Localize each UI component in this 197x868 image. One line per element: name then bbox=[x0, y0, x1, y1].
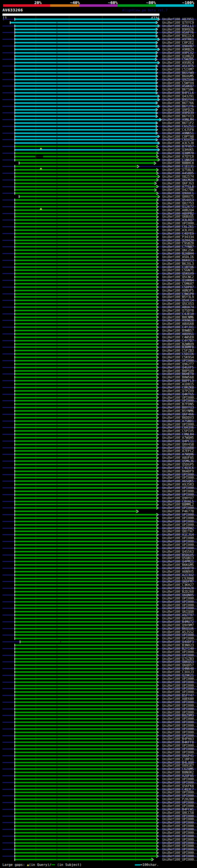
hit-bar[interactable] bbox=[15, 668, 156, 670]
hit-bar[interactable] bbox=[15, 186, 156, 188]
hit-bar[interactable] bbox=[15, 651, 156, 653]
hit-bar[interactable] bbox=[15, 209, 156, 211]
hit-bar[interactable] bbox=[15, 159, 158, 161]
hit-bar[interactable] bbox=[15, 169, 156, 170]
hit-bar[interactable] bbox=[15, 420, 156, 422]
hit-label[interactable]: UniRef100_A7SBD1 bbox=[162, 420, 194, 423]
hit-bar[interactable] bbox=[15, 658, 156, 659]
hit-bar[interactable] bbox=[15, 561, 156, 562]
hit-label[interactable]: UniRef100_A8N3F5 bbox=[162, 289, 194, 292]
hit-bar[interactable] bbox=[15, 604, 156, 606]
hit-bar[interactable] bbox=[15, 534, 156, 535]
hit-bar[interactable] bbox=[15, 661, 156, 662]
hit-bar[interactable] bbox=[15, 62, 158, 63]
hit-bar[interactable] bbox=[15, 785, 156, 787]
hit-bar[interactable] bbox=[15, 246, 156, 248]
hit-bar[interactable] bbox=[15, 105, 158, 107]
hit-bar[interactable] bbox=[15, 778, 156, 780]
hit-bar[interactable] bbox=[15, 72, 156, 73]
hit-bar[interactable] bbox=[15, 721, 156, 723]
hit-bar[interactable] bbox=[15, 497, 156, 499]
hit-bar[interactable] bbox=[15, 233, 156, 234]
hit-bar[interactable] bbox=[15, 363, 156, 365]
hit-label[interactable]: UniRef100_UPI000.. bbox=[162, 707, 197, 711]
hit-bar[interactable] bbox=[15, 353, 156, 355]
hit-bar[interactable] bbox=[15, 410, 156, 412]
hit-bar[interactable] bbox=[15, 524, 156, 526]
hit-bar[interactable] bbox=[15, 675, 156, 676]
hit-bar[interactable] bbox=[15, 112, 156, 114]
hit-bar[interactable] bbox=[15, 283, 156, 284]
hit-bar[interactable] bbox=[15, 45, 156, 47]
hit-bar[interactable] bbox=[15, 822, 156, 823]
hit-bar[interactable] bbox=[15, 243, 156, 244]
hit-bar[interactable] bbox=[15, 782, 156, 783]
hit-bar[interactable] bbox=[15, 454, 156, 455]
hit-bar[interactable] bbox=[15, 226, 156, 227]
hit-bar[interactable] bbox=[15, 152, 156, 154]
hit-bar[interactable] bbox=[15, 464, 156, 465]
hit-bar[interactable] bbox=[15, 139, 156, 141]
hit-bar[interactable] bbox=[15, 584, 156, 586]
hit-bar[interactable] bbox=[15, 313, 156, 315]
hit-label[interactable]: UniRef100_Q0CC58 bbox=[162, 811, 194, 814]
hit-bar[interactable] bbox=[15, 203, 156, 204]
hit-bar[interactable] bbox=[15, 450, 156, 452]
hit-bar[interactable] bbox=[15, 199, 156, 201]
hit-bar[interactable] bbox=[15, 109, 156, 111]
hit-bar[interactable] bbox=[15, 310, 156, 311]
hit-bar[interactable] bbox=[15, 377, 156, 378]
hit-bar[interactable] bbox=[15, 276, 156, 278]
hit-bar[interactable] bbox=[15, 256, 156, 258]
hit-bar[interactable] bbox=[15, 79, 156, 81]
hit-bar[interactable] bbox=[15, 19, 158, 20]
hit-bar[interactable] bbox=[15, 333, 156, 335]
hit-bar[interactable] bbox=[15, 467, 156, 469]
hit-bar[interactable] bbox=[15, 38, 158, 40]
hit-bar[interactable] bbox=[15, 634, 156, 636]
hit-bar[interactable] bbox=[15, 249, 156, 251]
hit-bar[interactable] bbox=[15, 216, 156, 217]
hit-bar[interactable] bbox=[15, 702, 156, 703]
hit-bar[interactable] bbox=[15, 437, 156, 438]
hit-bar[interactable] bbox=[15, 685, 156, 686]
hit-bar[interactable] bbox=[15, 149, 158, 151]
hit-bar[interactable] bbox=[15, 387, 156, 388]
hit-bar[interactable] bbox=[15, 798, 156, 800]
hit-bar[interactable] bbox=[15, 741, 156, 743]
hit-bar[interactable] bbox=[15, 578, 156, 579]
hit-bar[interactable] bbox=[15, 346, 156, 348]
hit-bar[interactable] bbox=[15, 758, 156, 760]
hit-bar[interactable] bbox=[15, 116, 156, 117]
hit-bar[interactable] bbox=[15, 192, 156, 194]
hit-bar[interactable] bbox=[15, 383, 156, 385]
hit-bar[interactable] bbox=[15, 413, 156, 415]
hit-bar[interactable] bbox=[15, 848, 156, 850]
hit-bar[interactable] bbox=[15, 42, 156, 43]
hit-bar[interactable] bbox=[15, 213, 156, 214]
hit-bar[interactable] bbox=[15, 296, 156, 298]
hit-bar[interactable] bbox=[15, 156, 35, 157]
hit-bar[interactable] bbox=[15, 802, 156, 803]
hit-bar[interactable] bbox=[15, 484, 156, 485]
hit-label[interactable]: UniRef100_UPI000.. bbox=[162, 838, 197, 841]
hit-bar[interactable] bbox=[15, 681, 156, 683]
hit-bar[interactable] bbox=[20, 641, 156, 643]
hit-bar[interactable] bbox=[15, 397, 156, 398]
hit-bar[interactable] bbox=[15, 85, 156, 87]
hit-bar[interactable] bbox=[19, 162, 154, 164]
hit-bar[interactable] bbox=[15, 434, 156, 435]
hit-bar[interactable] bbox=[15, 695, 156, 696]
hit-bar[interactable] bbox=[15, 698, 156, 700]
hit-bar[interactable] bbox=[15, 136, 158, 137]
hit-bar[interactable] bbox=[15, 176, 158, 177]
hit-bar[interactable] bbox=[15, 280, 156, 281]
hit-bar[interactable] bbox=[15, 173, 156, 174]
hit-bar[interactable] bbox=[15, 494, 156, 495]
hit-bar[interactable] bbox=[15, 664, 156, 666]
hit-bar[interactable] bbox=[15, 521, 156, 522]
hit-bar[interactable] bbox=[15, 306, 156, 308]
hit-bar[interactable] bbox=[15, 708, 156, 710]
hit-bar[interactable] bbox=[15, 551, 156, 552]
hit-bar[interactable] bbox=[15, 340, 156, 341]
